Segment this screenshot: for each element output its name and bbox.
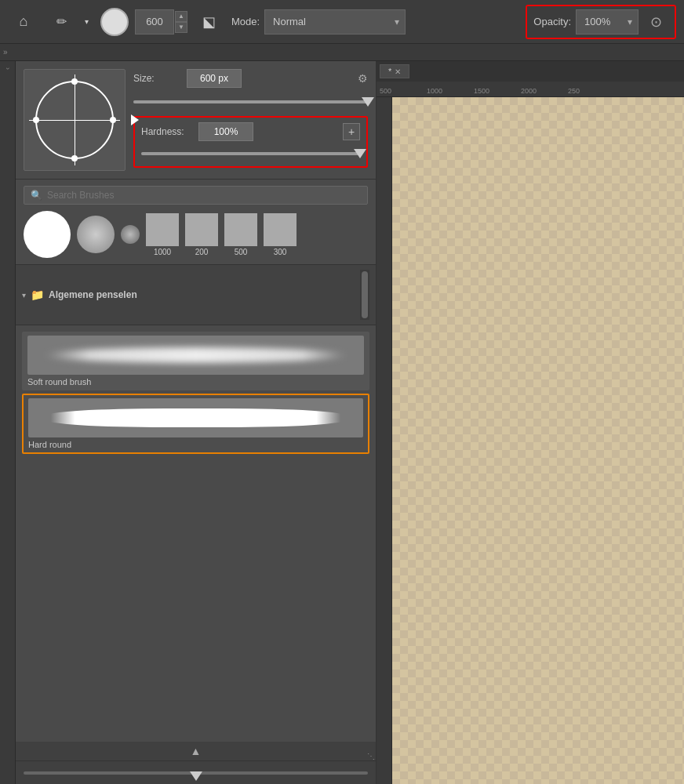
preset-square-5 — [185, 213, 218, 246]
size-slider[interactable] — [133, 94, 368, 110]
handle-left[interactable] — [33, 117, 39, 123]
panel-collapse-chevron[interactable]: » — [3, 48, 8, 56]
preset-item-1[interactable] — [24, 211, 71, 258]
ruler-v-mark-1 — [377, 100, 391, 132]
opacity-select[interactable]: 100% 75% 50% 25% — [576, 9, 639, 34]
add-button[interactable]: + — [343, 123, 360, 140]
hardness-label: Hardness: — [141, 126, 192, 137]
size-label: Size: — [133, 73, 180, 84]
home-icon: ⌂ — [20, 13, 28, 30]
soft-stroke-visual — [44, 347, 347, 363]
brush-search-presets-area: 🔍 1000 200 — [16, 180, 376, 265]
size-slider-thumb[interactable] — [362, 97, 374, 107]
bottom-thumb[interactable] — [190, 771, 202, 781]
brush-tool-group: ✏ ▾ — [45, 6, 94, 38]
hardness-row: Hardness: 100% + — [141, 122, 360, 141]
ruler-mark-2500: 250 — [568, 87, 615, 96]
mode-select[interactable]: Normal Dissolve Multiply Screen Overlay — [264, 9, 406, 34]
handle-top[interactable] — [71, 78, 78, 85]
preset-label-7: 300 — [274, 248, 287, 256]
preset-circle-2 — [77, 216, 115, 253]
brush-preview-box — [24, 69, 126, 171]
side-collapse-panel: › — [0, 61, 16, 784]
target-icon[interactable]: ⊙ — [643, 9, 668, 34]
side-arrow[interactable]: › — [4, 67, 12, 70]
top-toolbar: ⌂ ✏ ▾ 600 ▲ ▼ ⬕ Mode: Normal Dissolve Mu… — [0, 0, 684, 44]
mask-button[interactable]: ⬕ — [194, 6, 225, 38]
preset-circles: 1000 200 500 300 — [24, 211, 368, 258]
brush-preview-circle — [100, 8, 129, 36]
resize-handle[interactable]: ⋱ — [366, 751, 376, 760]
preset-item-5[interactable]: 200 — [185, 213, 218, 256]
preset-item-6[interactable]: 500 — [224, 213, 257, 256]
size-value[interactable]: 600 px — [187, 69, 242, 88]
preset-square-7 — [264, 213, 297, 246]
canvas-viewport[interactable] — [377, 97, 684, 784]
handle-right[interactable] — [110, 117, 116, 123]
brush-category: ▾ 📁 Algemene penselen — [16, 265, 376, 325]
list-collapse-chevron[interactable]: ▲ — [191, 745, 202, 757]
tab-close-icon[interactable]: ✕ — [395, 67, 401, 76]
brush-item-hard[interactable]: Hard round — [22, 394, 369, 454]
brush-size-down[interactable]: ▼ — [175, 22, 187, 33]
brush-item-soft[interactable]: Soft round brush — [22, 332, 369, 390]
opacity-label: Opacity: — [533, 16, 571, 27]
soft-brush-name: Soft round brush — [27, 377, 364, 387]
preset-label-6: 500 — [235, 248, 248, 256]
brush-size-input-group: 600 ▲ ▼ — [135, 9, 187, 34]
bottom-track — [24, 771, 368, 775]
handle-bottom[interactable] — [71, 155, 78, 162]
size-slider-fill — [133, 100, 368, 103]
preset-circle-3 — [121, 225, 140, 244]
brush-size-group — [100, 8, 129, 36]
hardness-slider[interactable] — [141, 146, 360, 162]
mode-select-wrapper: Normal Dissolve Multiply Screen Overlay — [264, 9, 406, 34]
preset-item-7[interactable]: 300 — [264, 213, 297, 256]
hardness-slider-fill — [141, 152, 360, 155]
preset-item-2[interactable] — [77, 216, 115, 253]
preset-circle-1 — [24, 211, 71, 258]
brush-controls: Size: 600 px ⚙ Hardness: 100% — [133, 69, 368, 168]
gear-button[interactable]: ⚙ — [358, 72, 368, 85]
scroll-thumb — [362, 271, 368, 318]
preset-square-6 — [224, 213, 257, 246]
category-name: Algemene penselen — [49, 289, 137, 300]
brush-dropdown[interactable]: ▾ — [78, 6, 94, 38]
preset-label-4: 1000 — [154, 248, 171, 256]
hardness-slider-thumb[interactable] — [354, 149, 366, 158]
mode-label: Mode: — [231, 16, 260, 27]
main-layout: › Size: — [0, 61, 684, 784]
brush-preview-row: Size: 600 px ⚙ Hardness: 100% — [24, 69, 368, 171]
category-chevron[interactable]: ▾ — [22, 291, 26, 299]
mask-icon: ⬕ — [202, 13, 216, 31]
preset-square-4 — [146, 213, 179, 246]
brush-arrow-handle[interactable] — [131, 114, 139, 125]
brush-button[interactable]: ✏ — [45, 6, 77, 38]
crosshair-v — [75, 74, 75, 165]
opacity-select-wrapper: 100% 75% 50% 25% — [576, 9, 639, 34]
brush-size-up[interactable]: ▲ — [175, 11, 187, 22]
brush-settings: Size: 600 px ⚙ Hardness: 100% — [16, 61, 376, 180]
soft-brush-preview — [27, 336, 364, 375]
home-button[interactable]: ⌂ — [8, 6, 39, 38]
ruler-mark-500: 500 — [380, 87, 427, 96]
mode-group: Mode: Normal Dissolve Multiply Screen Ov… — [231, 9, 406, 34]
size-slider-track — [133, 100, 368, 103]
list-scroll[interactable] — [360, 270, 369, 320]
brush-size-value[interactable]: 600 — [135, 9, 174, 34]
ruler-horizontal: 500 1000 1500 2000 250 — [377, 82, 684, 97]
canvas-tabs: * ✕ — [377, 61, 684, 82]
canvas-tab[interactable]: * ✕ — [380, 64, 409, 78]
tab-asterisk: * — [388, 67, 391, 76]
canvas-area: * ✕ 500 1000 1500 2000 250 — [377, 61, 684, 784]
hard-brush-name: Hard round — [28, 440, 363, 449]
list-collapse-bar: ▲ — [16, 742, 376, 760]
hardness-value[interactable]: 100% — [198, 122, 253, 141]
search-icon: 🔍 — [31, 190, 42, 201]
preset-item-4[interactable]: 1000 — [146, 213, 179, 256]
hardness-section: Hardness: 100% + — [133, 116, 368, 168]
search-input[interactable] — [47, 190, 361, 201]
secondary-toolbar: » — [0, 44, 684, 61]
category-folder-icon: 📁 — [31, 289, 44, 301]
preset-item-3[interactable] — [121, 225, 140, 244]
